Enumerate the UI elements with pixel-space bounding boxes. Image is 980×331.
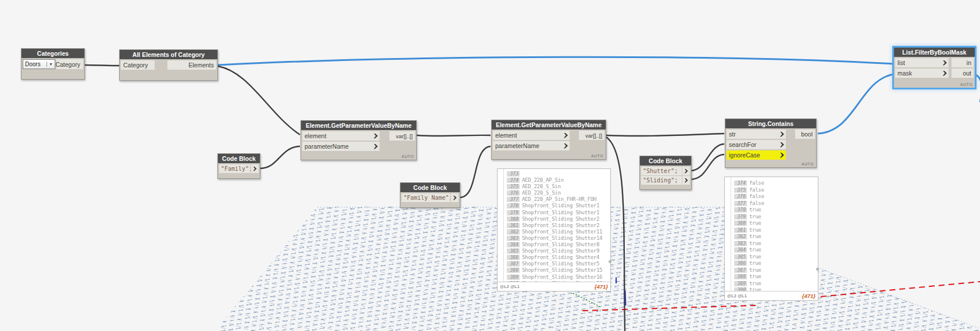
output-port-out[interactable]: out xyxy=(952,69,974,78)
node-categories[interactable]: Categories Doors ▾ Category xyxy=(21,48,85,80)
categories-dropdown[interactable]: Doors ▾ xyxy=(23,59,55,69)
input-port-category[interactable]: Category xyxy=(121,60,155,70)
node-title[interactable]: Code Block xyxy=(640,156,691,166)
codeblock-code-line[interactable]: "Family Name"; xyxy=(402,193,450,202)
input-port-searchfor[interactable]: searchFor xyxy=(727,140,786,149)
dynamo-node-canvas[interactable]: Categories Doors ▾ Category All Elements… xyxy=(0,0,980,331)
node-list-filterbyboolmask[interactable]: List.FilterByBoolMask list mask in out A… xyxy=(893,47,975,88)
list-item: 375AED_220_S_Sin xyxy=(507,182,610,188)
node-codeblock-search-terms[interactable]: Code Block "Shutter"; "Sliding"; xyxy=(639,156,692,190)
wire-codeblock-family-to-parametername[interactable] xyxy=(260,146,300,168)
lacing-label[interactable]: AUTO xyxy=(802,162,814,166)
port-label: ignoreCase xyxy=(729,152,760,159)
port-chevron-icon xyxy=(374,144,378,149)
output-port[interactable] xyxy=(251,164,259,173)
node-title[interactable]: Element.GetParameterValueByName xyxy=(301,121,416,130)
preview-scroll-handle[interactable] xyxy=(609,260,611,263)
input-port-ignorecase-highlighted[interactable]: ignoreCase xyxy=(727,150,786,160)
list-item: 382true xyxy=(734,232,818,239)
preview-footer: @L2 @L1 {471} xyxy=(725,291,818,300)
output-port-var[interactable]: var[]..[] xyxy=(389,131,415,141)
port-label: element xyxy=(495,132,517,139)
port-chevron-icon xyxy=(564,133,568,138)
list-item: 375false xyxy=(734,185,818,192)
port-label: Category xyxy=(55,61,80,68)
input-port-element[interactable]: element xyxy=(302,131,380,141)
list-item: 384Shopfront_Sliding Shutter8 xyxy=(507,240,610,246)
node-codeblock-family[interactable]: Code Block "Family"; xyxy=(217,153,260,179)
lacing-levels: @L2 @L1 xyxy=(727,294,747,298)
wire-category-to-allelements[interactable] xyxy=(85,65,119,66)
list-item: 386true xyxy=(734,258,818,265)
list-item: 382Shopfront_Sliding Shutter11 xyxy=(507,227,610,233)
codeblock-code-line[interactable]: "Family"; xyxy=(219,164,251,173)
port-label: element xyxy=(305,132,326,139)
wire-codeblock-shutter-to-searchfor[interactable] xyxy=(691,144,724,171)
list-value: true xyxy=(749,287,761,291)
node-string-contains[interactable]: String.Contains str searchFor ignoreCase… xyxy=(725,118,817,168)
node-title[interactable]: Code Block xyxy=(218,154,260,163)
preview-bubble-bool-mask[interactable]: 374false 375false 376false 377false 378t… xyxy=(724,177,818,301)
output-port-elements[interactable]: Elements xyxy=(167,60,216,70)
lacing-label[interactable]: AUTO xyxy=(402,154,414,159)
port-chevron-icon xyxy=(943,71,947,76)
output-port[interactable] xyxy=(682,167,690,175)
list-item: 376AED_220_S_Sin xyxy=(507,188,610,195)
lacing-label[interactable]: AUTO xyxy=(960,82,972,87)
input-port-element[interactable]: element xyxy=(493,131,570,140)
wire-filter-out-offscreen[interactable] xyxy=(975,74,980,102)
lacing-label[interactable]: AUTO xyxy=(591,154,603,158)
port-chevron-icon xyxy=(453,196,457,200)
input-port-list[interactable]: list xyxy=(895,58,949,67)
codeblock-code-line[interactable]: "Sliding"; xyxy=(641,176,682,185)
wire-getparam1-to-getparam2-element[interactable] xyxy=(417,135,491,136)
list-value: Shopfront_Sliding Shutter18 xyxy=(522,280,602,282)
list-item: 379true xyxy=(734,212,818,219)
node-getparametervaluebyname-2[interactable]: Element.GetParameterValueByName element … xyxy=(491,120,606,160)
input-port-mask[interactable]: mask xyxy=(895,69,949,78)
input-port-str[interactable]: str xyxy=(727,129,786,139)
node-getparametervaluebyname-1[interactable]: Element.GetParameterValueByName element … xyxy=(301,120,417,160)
node-title[interactable]: List.FilterByBoolMask xyxy=(894,48,975,57)
node-codeblock-family-name[interactable]: Code Block "Family Name"; xyxy=(400,182,460,208)
output-port-category[interactable]: Category xyxy=(56,59,83,69)
node-title[interactable]: String.Contains xyxy=(725,119,816,128)
list-item: 380Shopfront_Sliding Shutter2 xyxy=(507,214,610,221)
wire-elements-to-filter-list[interactable] xyxy=(218,57,893,65)
wire-codeblock-familyname-to-parametername[interactable] xyxy=(460,146,491,197)
output-port-in[interactable]: in xyxy=(952,58,974,67)
list-item: 385true xyxy=(734,252,818,259)
output-port-var[interactable]: var[]..[] xyxy=(579,131,605,140)
node-title[interactable]: Code Block xyxy=(400,183,460,192)
port-chevron-icon xyxy=(780,153,784,158)
port-label: mask xyxy=(897,70,912,77)
wire-elements-to-getparam1-element[interactable] xyxy=(218,66,300,135)
wire-bool-to-filter-mask[interactable] xyxy=(818,74,893,134)
wire-getparam2-to-stringcontains-str[interactable] xyxy=(606,134,724,136)
node-all-elements-of-category[interactable]: All Elements of Category Category Elemen… xyxy=(119,49,218,81)
port-label: out xyxy=(963,70,971,77)
preview-scroll-handle[interactable] xyxy=(816,268,819,271)
output-port[interactable] xyxy=(682,176,690,185)
dropdown-value: Doors xyxy=(25,61,41,67)
node-title[interactable]: All Elements of Category xyxy=(120,50,217,59)
node-title[interactable]: Element.GetParameterValueByName xyxy=(492,120,606,129)
port-label: Category xyxy=(123,62,148,69)
codeblock-code-line[interactable]: "Shutter"; xyxy=(641,167,682,175)
input-port-parametername[interactable]: parameterName xyxy=(493,141,570,150)
port-chevron-icon xyxy=(374,134,378,139)
output-port[interactable] xyxy=(451,193,459,202)
input-port-parametername[interactable]: parameterName xyxy=(302,142,380,151)
port-label: in xyxy=(967,59,971,66)
port-label: parameterName xyxy=(305,143,349,150)
output-port-bool[interactable]: bool xyxy=(795,129,815,139)
list-item: 379Shopfront_Sliding Shutter1 xyxy=(507,208,610,214)
list-item: 390true xyxy=(734,285,818,291)
list-item: 386Shopfront_Sliding Shutter4 xyxy=(507,253,610,259)
node-title[interactable]: Categories xyxy=(22,49,84,58)
preview-bubble-family-names[interactable]: 373 374AED_220_AP_Sin 375AED_220_S_Sin 3… xyxy=(497,168,611,292)
list-item: 383true xyxy=(734,239,818,246)
item-count: {471} xyxy=(802,293,816,299)
item-count: {471} xyxy=(595,283,608,290)
list-item: 389Shopfront_Sliding Shutter16 xyxy=(507,272,610,279)
